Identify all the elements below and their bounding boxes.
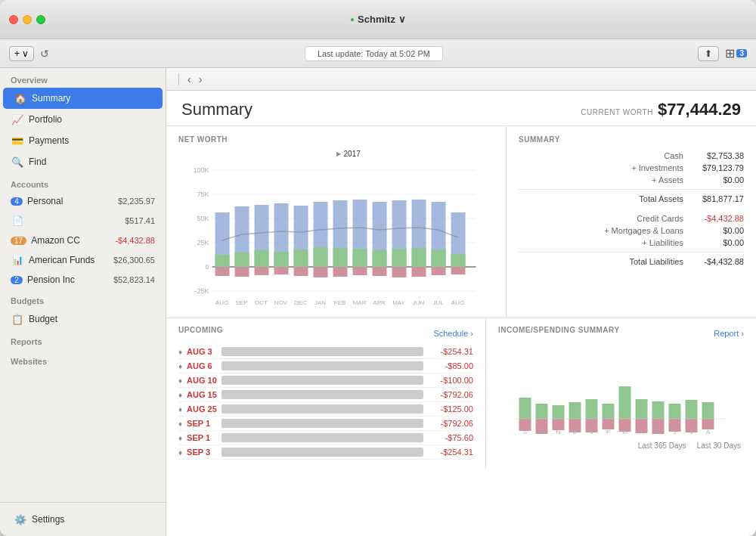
upcoming-row-7: ♦ SEP 1 ████████████████████████████████… bbox=[178, 431, 473, 445]
svg-text:O: O bbox=[539, 429, 544, 435]
add-button[interactable]: + ∨ bbox=[9, 46, 34, 61]
bottom-panels: UPCOMING Schedule › ♦ AUG 3 ████████████… bbox=[166, 318, 756, 469]
assets-value: $0.00 bbox=[683, 175, 744, 184]
upcoming-row-6: ♦ SEP 1 ███████████████ -$792.06 bbox=[178, 417, 473, 431]
export-button[interactable]: ⬆ bbox=[698, 46, 719, 61]
svg-rect-34 bbox=[314, 267, 328, 277]
svg-text:75K: 75K bbox=[197, 191, 209, 198]
minimize-button[interactable] bbox=[23, 15, 32, 24]
maximize-button[interactable] bbox=[36, 15, 45, 24]
sidebar-item-settings[interactable]: ⚙️ Settings bbox=[3, 509, 163, 530]
income-panel: INCOME/SPENDING SUMMARY Report › S bbox=[486, 318, 756, 469]
income-period-buttons: Last 365 Days Last 30 Days bbox=[498, 441, 744, 451]
total-liabilities-value: -$4,432.88 bbox=[683, 257, 744, 266]
summary-icon: 🏠 bbox=[14, 91, 27, 105]
upcoming-row-4: ♦ AUG 15 ████████████ -$792.06 bbox=[178, 388, 473, 402]
unknown-acct-icon: 📄 bbox=[11, 214, 24, 228]
upcoming-amount-8: -$254.31 bbox=[428, 448, 473, 457]
net-worth-chart: 2017 100K 75K 50K 25K 0 -25K bbox=[178, 150, 494, 308]
unknown-value: $517.41 bbox=[125, 216, 155, 225]
personal-label: Personal bbox=[27, 196, 113, 206]
report-link[interactable]: Report › bbox=[714, 329, 744, 338]
svg-text:25K: 25K bbox=[197, 239, 209, 246]
svg-rect-17 bbox=[235, 253, 249, 267]
svg-text:A: A bbox=[640, 429, 644, 435]
svg-text:DEC: DEC bbox=[294, 299, 307, 306]
toolbar: + ∨ ↺ Last update: Today at 5:02 PM ⬆ ⊞ … bbox=[0, 39, 756, 68]
reports-section-label: Reports bbox=[0, 330, 166, 349]
sidebar-item-budget[interactable]: 📋 Budget bbox=[0, 308, 166, 330]
svg-text:A: A bbox=[706, 429, 711, 435]
sidebar-item-amazon[interactable]: 17 Amazon CC -$4,432.88 bbox=[0, 231, 166, 249]
svg-rect-46 bbox=[373, 267, 387, 276]
upcoming-panel: UPCOMING Schedule › ♦ AUG 3 ████████████… bbox=[166, 318, 486, 469]
upcoming-arrow-icon: ♦ bbox=[178, 348, 182, 356]
sidebar-item-american-funds[interactable]: 📊 American Funds $26,300.65 bbox=[0, 249, 166, 271]
svg-rect-49 bbox=[392, 249, 407, 267]
svg-rect-29 bbox=[294, 249, 308, 267]
charts-section: NET WORTH 2017 100K 75K 50K 25K bbox=[166, 126, 756, 318]
svg-text:MAR: MAR bbox=[353, 299, 367, 306]
summary-section-label: SUMMARY bbox=[519, 135, 744, 144]
back-button[interactable]: ‹ bbox=[185, 73, 194, 85]
svg-rect-88 bbox=[652, 401, 665, 419]
svg-text:JAN: JAN bbox=[314, 299, 326, 306]
close-button[interactable] bbox=[9, 15, 18, 24]
svg-rect-22 bbox=[255, 267, 269, 275]
svg-rect-14 bbox=[215, 267, 230, 276]
upcoming-date-6: SEP 1 bbox=[187, 419, 217, 428]
svg-rect-25 bbox=[274, 252, 289, 267]
upcoming-row-5: ♦ AUG 25 ████████████████████████████ -$… bbox=[178, 402, 473, 417]
upcoming-desc-4: ████████████ bbox=[222, 390, 423, 399]
sidebar-item-unknown[interactable]: 📄 $517.41 bbox=[0, 210, 166, 231]
schedule-link[interactable]: Schedule › bbox=[433, 329, 473, 338]
pension-value: $52,823.14 bbox=[113, 275, 155, 284]
payments-label: Payments bbox=[29, 135, 155, 146]
summary-divider-1 bbox=[519, 189, 744, 190]
last-30-btn[interactable]: Last 30 Days bbox=[694, 441, 744, 451]
refresh-button[interactable]: ↺ bbox=[40, 48, 49, 60]
upcoming-amount-1: -$254.31 bbox=[428, 347, 473, 356]
svg-rect-45 bbox=[373, 250, 387, 267]
sidebar-item-summary[interactable]: 🏠 Summary bbox=[3, 88, 163, 109]
sidebar-item-portfolio[interactable]: 📈 Portfolio bbox=[0, 109, 166, 130]
upcoming-arrow-icon-8: ♦ bbox=[178, 448, 182, 457]
amazon-value: -$4,432.88 bbox=[115, 236, 155, 245]
summary-row-investments: + Investments $79,123.79 bbox=[519, 162, 744, 174]
upcoming-desc-8: ████████████████████████████ bbox=[222, 448, 423, 457]
status-dot: ● bbox=[350, 15, 355, 23]
svg-text:JUL: JUL bbox=[432, 299, 444, 306]
upcoming-date-5: AUG 25 bbox=[187, 404, 217, 414]
overview-section-label: Overview bbox=[0, 68, 166, 88]
svg-rect-58 bbox=[432, 267, 446, 275]
app-title[interactable]: ● Schmitz ∨ bbox=[350, 14, 406, 25]
svg-rect-21 bbox=[255, 250, 269, 267]
current-worth-display: CURRENT WORTH $77,444.29 bbox=[581, 100, 741, 119]
upcoming-label: UPCOMING bbox=[178, 326, 223, 334]
upcoming-date-1: AUG 3 bbox=[187, 347, 217, 356]
forward-button[interactable]: › bbox=[197, 73, 205, 85]
assets-label: + Assets bbox=[519, 175, 683, 184]
websites-section-label: Websites bbox=[0, 349, 166, 369]
upcoming-amount-3: -$100.00 bbox=[428, 376, 473, 385]
upcoming-row-3: ♦ AUG 10 █████████████████████ -$100.00 bbox=[178, 373, 473, 388]
svg-text:AUG: AUG bbox=[215, 299, 228, 306]
summary-panel: SUMMARY Cash $2,753.38 + Investments $79… bbox=[507, 126, 756, 318]
sidebar-item-pension[interactable]: 2 Pension Inc $52,823.14 bbox=[0, 271, 166, 289]
svg-text:APR: APR bbox=[373, 299, 386, 306]
amazon-badge: 17 bbox=[11, 237, 26, 245]
last-update-text: Last update: Today at 5:02 PM bbox=[318, 49, 430, 58]
upcoming-arrow-icon-3: ♦ bbox=[178, 376, 182, 385]
upcoming-date-8: SEP 3 bbox=[187, 448, 217, 457]
svg-rect-50 bbox=[392, 267, 407, 277]
upcoming-arrow-icon-2: ♦ bbox=[178, 362, 182, 370]
mortgages-label: + Mortgages & Loans bbox=[519, 226, 683, 235]
svg-text:50K: 50K bbox=[197, 215, 209, 222]
summary-row-total-assets: Total Assets $81,877.17 bbox=[519, 193, 744, 205]
sidebar-item-find[interactable]: 🔍 Find bbox=[0, 151, 166, 172]
last-365-btn[interactable]: Last 365 Days bbox=[635, 441, 689, 451]
bar-chart-svg: 100K 75K 50K 25K 0 -25K bbox=[178, 150, 494, 308]
sidebar-item-personal[interactable]: 4 Personal $2,235.97 bbox=[0, 192, 166, 210]
sidebar-item-payments[interactable]: 💳 Payments bbox=[0, 130, 166, 151]
upcoming-arrow-icon-7: ♦ bbox=[178, 434, 182, 442]
